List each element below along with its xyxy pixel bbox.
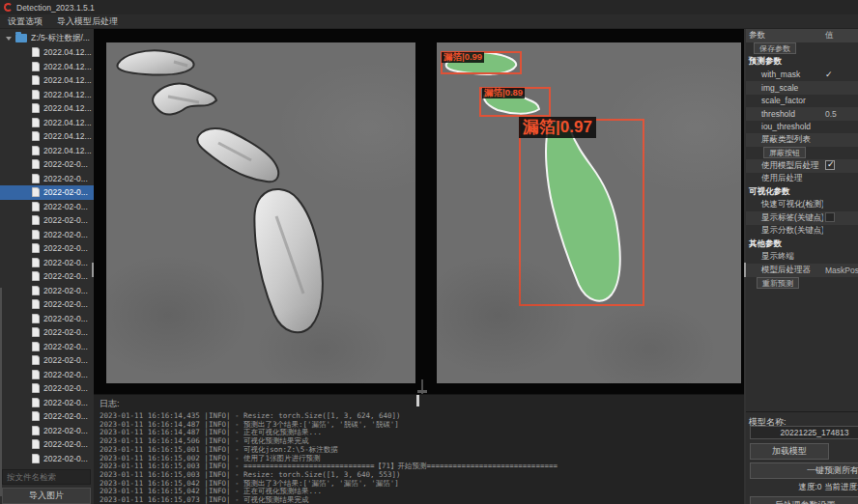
param-label: 可视化参数 [746,186,823,198]
import-images-button[interactable]: 导入图片 [2,488,91,504]
file-icon [32,327,40,337]
file-icon [32,286,40,295]
tree-root-folder[interactable]: Z:/5-标注数据/... [0,31,94,45]
defect-shapes [106,42,415,383]
tree-item-label: 2022-02-0... [43,398,88,407]
param-label: 模型后处理器 [746,265,823,276]
file-icon [32,215,40,225]
postprocess-settings-button[interactable]: 后处理参数设置 [750,496,858,504]
param-row: 显示标签(关键点) [746,211,858,225]
tree-item[interactable]: 2022.04.12... [0,45,94,60]
tree-item[interactable]: 2022-02-0... [0,381,94,396]
tree-item[interactable]: 2022-02-0... [0,200,94,214]
tree-item[interactable]: 2022-02-0... [0,340,94,354]
param-row: 屏蔽按钮 [746,147,858,160]
tree-item[interactable]: 2022-02-0... [0,325,94,340]
param-label: with_mask [746,70,823,79]
title-bar: Detection_2023.1.5.1 [0,0,858,14]
tree-item[interactable]: 2022-02-0 [0,465,94,467]
tree-item[interactable]: 2022-02-0... [0,157,94,172]
tree-item[interactable]: 2022-02-0... [0,297,94,312]
param-value [823,160,858,172]
tree-item-label: 2022-02-0... [43,355,88,365]
tree-item[interactable]: 2022-02-0... [0,409,94,424]
tree-item-label: 2022.04.12... [43,47,92,57]
param-label: threshold [746,109,823,119]
menu-settings[interactable]: 设置选项 [8,15,43,28]
param-row: 显示终端 [746,251,858,265]
tree-item[interactable]: 2022.04.12... [0,60,94,74]
file-icon [32,75,40,85]
panel-splitter-handle[interactable] [417,390,427,393]
param-row: 重新预测 [746,277,858,291]
param-label: 使用后处理 [746,173,823,184]
detection-box-3 [519,119,644,306]
param-row: with_mask✓ [746,69,858,82]
tree-item[interactable]: 2022-02-0... [0,241,94,256]
tree-item-label: 2022.04.12... [43,146,92,155]
tree-item[interactable]: 2022-02-0... [0,172,94,186]
log-scrollbar[interactable] [416,395,419,406]
tree-item-label: 2022-02-0... [43,258,88,267]
chevron-down-icon[interactable] [6,37,12,41]
file-icon [32,439,40,449]
value-column-header: 值 [823,30,858,42]
tree-item[interactable]: 2022-02-0... [0,284,94,298]
tree-item[interactable]: 2022.04.12... [0,116,94,130]
progress-status: 速度:0 当前进度:0 [746,482,858,493]
predict-all-button[interactable]: 一键预测所有图片 [750,462,858,479]
tree-item[interactable]: 2022-02-0... [0,312,94,326]
tree-item-label: 2022-02-0... [43,383,88,393]
tree-item[interactable]: 2022-02-0... [0,228,94,242]
tree-item-label: 2022-02-0... [43,439,88,449]
menu-import-postprocess[interactable]: 导入模型后处理 [57,15,118,28]
param-row: 模型后处理器MaskPostPro [746,264,858,277]
tree-item[interactable]: 2022-02-0... [0,437,94,452]
tree-item[interactable]: 2022.04.12... [0,101,94,116]
log-line: 2023-01-11 16:16:15,073 |INFO| - 可视化预测结果… [100,496,744,504]
tree-item[interactable]: 2022-02-0... [0,368,94,382]
tree-item[interactable]: 2022-02-0... [0,256,94,270]
tree-scrollbar[interactable] [0,288,2,496]
tree-item[interactable]: 2022-02-0... [0,452,94,466]
load-model-button[interactable]: 加载模型 [750,443,829,460]
param-label: 显示终端 [746,251,823,263]
param-row: 使用模型后处理 [746,159,858,173]
param-label: img_scale [746,83,823,93]
tree-item[interactable]: 2022-02-0... [0,213,94,228]
file-icon [32,62,40,71]
tree-item[interactable]: 2022-02-0... [0,353,94,368]
checkbox-unchecked-icon[interactable] [825,212,835,222]
file-icon [32,370,40,379]
param-row: 使用后处理 [746,173,858,186]
tree-item-label: 2022.04.12... [43,75,92,85]
search-input[interactable] [2,469,91,485]
param-row: 其他参数 [746,238,858,251]
checkbox-checked-icon[interactable] [825,160,835,170]
tree-item-label: 2022-02-0... [43,159,88,169]
tree-item[interactable]: 2022-02-0... [0,185,94,200]
file-icon [32,411,40,421]
tree-item[interactable]: 2022.04.12... [0,129,94,144]
tree-item[interactable]: 2022-02-0... [0,424,94,438]
param-label: 使用模型后处理 [746,160,823,172]
tree-item[interactable]: 2022-02-0... [0,396,94,410]
detection-label-3: 漏箔|0.97 [519,117,596,138]
param-row: iou_threshold [746,121,858,134]
tree-item[interactable]: 2022.04.12... [0,144,94,158]
param-button[interactable]: 重新预测 [757,277,799,289]
log-panel: 日志: 2023-01-11 16:16:14,435 |INFO| - Res… [94,394,744,504]
model-name-field[interactable]: 20221225_174813 [750,426,858,439]
param-row: 预测参数 [746,55,858,69]
left-splitter-handle[interactable] [92,263,94,277]
file-tree-items: 2022.04.12...2022.04.12...2022.04.12...2… [0,45,94,467]
tree-item-label: 2022.04.12... [43,90,92,99]
param-button[interactable]: 屏蔽按钮 [763,147,806,158]
tree-item[interactable]: 2022.04.12... [0,73,94,88]
menu-bar: 设置选项 导入模型后处理 [0,14,858,29]
param-button[interactable]: 保存参数 [754,42,796,54]
tree-item-label: 2022-02-0... [43,426,88,435]
tree-item[interactable]: 2022-02-0... [0,269,94,284]
tree-item[interactable]: 2022.04.12... [0,88,94,102]
param-row: scale_factor [746,95,858,108]
